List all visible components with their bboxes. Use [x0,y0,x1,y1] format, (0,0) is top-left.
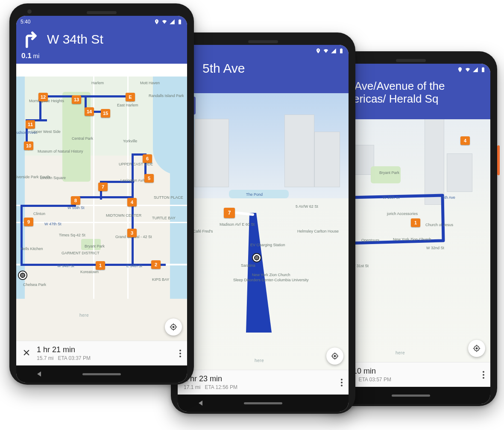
map-label: MIDTOWN CENTER [106,213,141,218]
map-label: GARMENT DISTRICT [62,251,100,255]
waypoint-marker[interactable]: 12 [38,93,48,101]
phone-speaker [87,11,117,14]
waypoint-marker[interactable]: 1 [411,218,420,227]
phone-speaker [248,40,278,43]
waypoint-marker[interactable]: 7 [224,208,235,218]
recenter-fab[interactable] [326,348,343,365]
gps-location-dot [253,254,261,262]
recenter-fab[interactable] [165,318,182,336]
wifi-icon [323,48,329,54]
waypoint-marker[interactable]: 11 [26,120,35,129]
map-label: Bryant Park [379,171,399,175]
phone-frame-2: 5th Ave mi 7 The Pond5 [171,32,355,414]
wifi-icon [161,19,167,25]
phone-camera [27,9,32,14]
map-label: Chelsea Park [23,283,46,287]
signal-icon [169,19,175,25]
map[interactable]: HarlemMorningside HeightsEast HarlemMott… [16,77,187,341]
street-name: 5th Ave [202,59,343,76]
map-label: Hudson River [16,130,37,135]
more-menu-button[interactable] [483,370,484,380]
map-label: jorich Accessories [387,212,418,216]
waypoint-marker[interactable]: 5 [144,174,154,183]
waypoint-marker[interactable]: 4 [460,136,470,145]
back-button[interactable] [199,401,202,406]
android-nav-bar[interactable] [16,365,187,383]
nav-header[interactable]: 5th Ave mi [178,57,349,93]
map-label: E 34th St [126,264,142,268]
map-label: Times Sq-42 St [59,233,85,237]
phone-side-button [497,145,500,175]
here-attribution: here [79,313,89,318]
recenter-fab[interactable] [468,340,485,357]
map-label: Yorkville [123,139,137,143]
map-label: W 36th St [383,195,400,200]
location-icon [154,19,160,25]
waypoint-marker[interactable]: 13 [72,95,81,104]
close-button[interactable] [22,348,31,359]
location-icon [457,67,463,73]
waypoint-marker[interactable]: 9 [24,218,33,226]
route-info: 1 hr 23 min 17.1 mi ETA 12:56 PM [184,374,237,390]
waypoint-marker[interactable]: 1 [96,261,105,270]
nav-header[interactable]: W 34th St 0.1 mi [16,28,187,64]
here-attribution: here [255,358,264,363]
more-menu-button[interactable] [341,377,343,388]
close-icon [22,348,31,357]
home-pill[interactable] [82,373,121,375]
map-label: Hells Kitchen [21,247,43,251]
map-label: Museum of Natural History [38,149,83,153]
map-label: Bryant Park [85,244,105,248]
waypoint-marker[interactable]: 7 [98,183,108,191]
waypoint-marker[interactable]: 2 [151,260,161,269]
more-menu-button[interactable] [179,348,181,359]
waypoint-marker[interactable]: 3 [127,229,137,237]
map-label: SUTTON PLACE [154,195,183,200]
turn-right-icon [21,30,40,51]
map-label: New York Zion Church [393,237,431,242]
waypoint-marker[interactable]: 14 [85,107,94,116]
map-label: East Harlem [117,103,138,107]
status-icons [457,67,486,73]
route-summary-sheet[interactable]: 1 hr 23 min 17.1 mi ETA 12:56 PM [178,370,349,395]
route-duration: 1 hr 21 min [37,345,91,354]
then-chip[interactable]: Then [16,64,187,77]
then-label: Then [21,67,36,74]
status-time: 5:40 [21,19,30,25]
nav-distance: 0.1 mi [21,52,182,60]
street-name: W 34th St [47,30,182,47]
route-summary-sheet[interactable]: 1 hr 21 min 15.7 mi ETA 03:37 PM [16,341,187,365]
map-label: 5 AV/W 62 St [296,204,318,209]
map-label: TURTLE BAY [152,216,176,220]
waypoint-marker[interactable]: 15 [101,109,110,118]
home-pill[interactable] [392,395,430,397]
nav-distance-unit: mi [183,77,343,84]
screen-1: 5:40 W 34th St 0.1 mi The [16,16,187,383]
map-label: New York Zion Church [252,273,290,277]
map-label: The Pond [246,192,263,197]
map-label: Madison AV/ E 60 St [220,222,255,227]
map-label: Opentours [361,238,379,242]
map-label: Sleep Disorders Center-Columbia Universi… [233,278,309,282]
map-label: 5th Ave [442,195,455,200]
crosshair-icon [169,323,178,331]
status-bar [178,45,349,57]
svg-point-1 [173,326,174,327]
map-label: W 32nd St [426,246,444,250]
map[interactable]: 7 The Pond5 AV/W 62 StMadison AV/ E 60 S… [178,93,349,370]
map-label: Harlem [91,81,104,85]
street-name: 6th Ave/Avenue of the Americas/ Herald S… [337,78,485,106]
status-bar: 5:40 [16,16,187,28]
android-nav-bar[interactable] [178,395,349,412]
battery-icon [338,48,344,54]
location-icon [315,48,321,54]
waypoint-marker[interactable]: 6 [143,154,152,163]
back-button[interactable] [37,371,41,377]
here-attribution: here [396,350,405,355]
waypoint-marker[interactable]: 10 [24,141,33,150]
waypoint-marker[interactable]: E [126,93,135,101]
nav-distance-unit: mi [337,106,485,113]
waypoint-marker[interactable]: 4 [127,198,137,206]
home-pill[interactable] [244,402,282,404]
waypoint-marker[interactable]: 8 [71,196,80,205]
